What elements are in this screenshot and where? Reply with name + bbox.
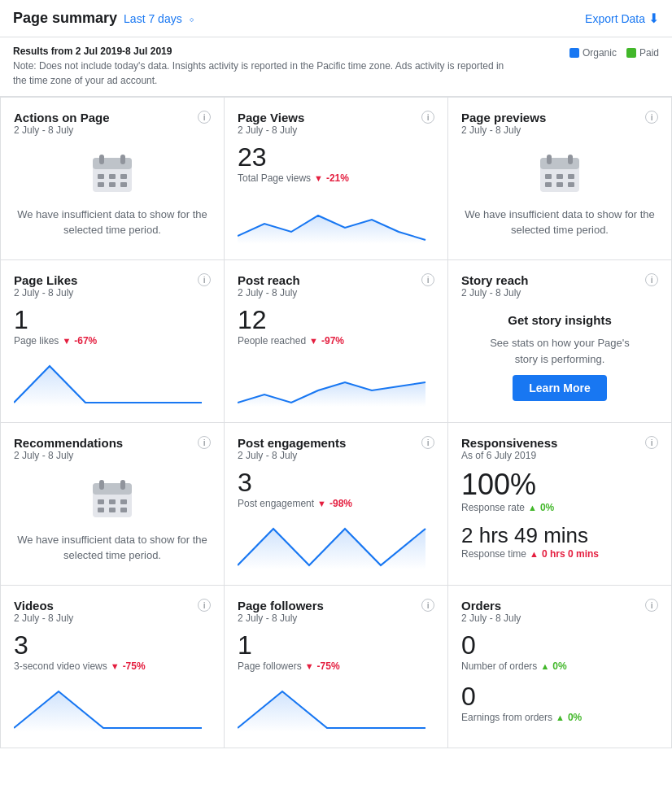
no-data-text: We have insufficient data to show for th… (14, 207, 211, 238)
sublabel: People reached (238, 335, 306, 347)
response-time-value: 2 hrs 49 mins (461, 523, 658, 548)
info-icon[interactable]: i (198, 599, 211, 612)
trend-down-icon: ▼ (314, 173, 323, 183)
card-post-engagements: Post engagements i 2 July - 8 July 3 Pos… (225, 423, 448, 586)
svg-rect-14 (568, 155, 573, 164)
card-value: 23 (238, 142, 434, 172)
trend-up-icon: ▲ (540, 661, 549, 671)
info-icon[interactable]: i (421, 599, 434, 612)
trend-value: -75% (123, 660, 146, 672)
trend-up-icon: ▲ (530, 549, 539, 559)
svg-rect-6 (120, 174, 127, 179)
response-rate-label: Response rate (461, 502, 525, 513)
svg-rect-2 (99, 155, 104, 164)
learn-more-button[interactable]: Learn More (513, 375, 606, 401)
trend-value: -97% (321, 335, 344, 347)
card-title: Videos (14, 599, 54, 612)
card-title: Page Likes (14, 273, 77, 287)
card-date: 2 July - 8 July (238, 287, 434, 299)
info-icon[interactable]: i (198, 273, 211, 286)
trend-value: -98% (329, 498, 352, 509)
no-data-text: We have insufficient data to show for th… (14, 532, 211, 564)
orders-trend1: 0% (552, 660, 566, 672)
trend-up-icon: ▲ (556, 713, 565, 722)
card-title: Post engagements (238, 436, 346, 450)
info-icon[interactable]: i (198, 436, 211, 449)
card-date: 2 July - 8 July (461, 287, 658, 299)
trend-down-icon: ▼ (305, 661, 314, 671)
card-title: Story reach (461, 273, 529, 287)
svg-marker-33 (238, 529, 425, 569)
trend-down-icon: ▼ (309, 336, 318, 346)
trend-value: -21% (326, 172, 349, 184)
card-title: Page Views (238, 111, 304, 124)
svg-rect-1 (93, 158, 132, 169)
svg-rect-17 (568, 174, 574, 179)
svg-rect-28 (109, 499, 116, 504)
card-story-reach: Story reach i 2 July - 8 July Get story … (448, 260, 672, 423)
svg-marker-21 (14, 366, 202, 407)
card-recommendations: Recommendations i 2 July - 8 July We hav… (1, 423, 225, 586)
card-date: 2 July - 8 July (14, 287, 211, 299)
response-rate-value: 100% (461, 468, 658, 502)
svg-rect-25 (99, 480, 104, 490)
trend-down-icon: ▼ (62, 336, 71, 346)
info-icon[interactable]: i (645, 599, 658, 612)
svg-rect-27 (98, 499, 104, 504)
svg-rect-30 (98, 508, 104, 512)
card-date: 2 July - 8 July (238, 612, 434, 624)
svg-rect-19 (556, 182, 563, 187)
info-icon[interactable]: i (421, 436, 434, 449)
svg-rect-20 (568, 182, 574, 187)
info-icon[interactable]: i (645, 273, 658, 286)
card-title: Orders (461, 599, 501, 612)
orders-label1: Number of orders (461, 660, 537, 672)
card-date: 2 July - 8 July (238, 124, 434, 136)
card-date: 2 July - 8 July (14, 450, 211, 461)
info-line2: Note: Does not include today's data. Ins… (13, 59, 517, 88)
info-icon[interactable]: i (421, 111, 434, 124)
orders-trend2: 0% (568, 712, 582, 723)
info-icon[interactable]: i (645, 111, 658, 124)
svg-marker-35 (238, 691, 425, 732)
sublabel: Page likes (14, 335, 59, 347)
trend-value: -67% (74, 335, 97, 347)
svg-rect-8 (109, 182, 116, 187)
calendar-icon (89, 477, 135, 522)
info-icon[interactable]: i (645, 436, 658, 449)
export-data-label: Export Data (585, 12, 645, 25)
card-title: Recommendations (14, 436, 123, 450)
svg-rect-9 (120, 182, 127, 187)
date-range-button[interactable]: Last 7 days (124, 12, 182, 25)
page-header: Page summary Last 7 days ⬦ Export Data ⬇ (0, 0, 672, 37)
svg-rect-7 (98, 182, 104, 187)
svg-rect-15 (545, 174, 552, 179)
info-bar: Results from 2 Jul 2019-8 Jul 2019 Note:… (0, 37, 672, 97)
card-value: 1 (14, 305, 211, 335)
card-date: 2 July - 8 July (238, 450, 434, 461)
card-orders: Orders i 2 July - 8 July 0 Number of ord… (448, 586, 672, 748)
svg-rect-13 (547, 155, 552, 164)
export-data-button[interactable]: Export Data ⬇ (585, 11, 659, 26)
orders-value2: 0 (461, 682, 658, 712)
trend-down-icon: ▼ (111, 661, 120, 671)
card-title: Post reach (238, 273, 300, 287)
info-icon[interactable]: i (421, 273, 434, 286)
card-date: 2 July - 8 July (14, 612, 211, 624)
trend-up-icon: ▲ (528, 503, 537, 512)
sublabel: Page followers (238, 660, 302, 672)
svg-rect-12 (540, 158, 579, 169)
svg-rect-24 (93, 483, 132, 495)
card-title: Responsiveness (461, 436, 557, 450)
card-date: 2 July - 8 July (461, 612, 658, 624)
card-date: As of 6 July 2019 (461, 450, 658, 461)
trend-value: -75% (317, 660, 340, 672)
card-value: 3 (238, 468, 434, 498)
card-value: 12 (238, 305, 434, 335)
card-page-previews: Page previews i 2 July - 8 July We have … (448, 98, 672, 260)
calendar-icon (89, 151, 135, 197)
card-page-views: Page Views i 2 July - 8 July 23 Total Pa… (225, 98, 448, 260)
info-line1: Results from 2 Jul 2019-8 Jul 2019 (13, 46, 517, 57)
info-icon[interactable]: i (198, 111, 211, 124)
svg-rect-29 (120, 499, 127, 504)
